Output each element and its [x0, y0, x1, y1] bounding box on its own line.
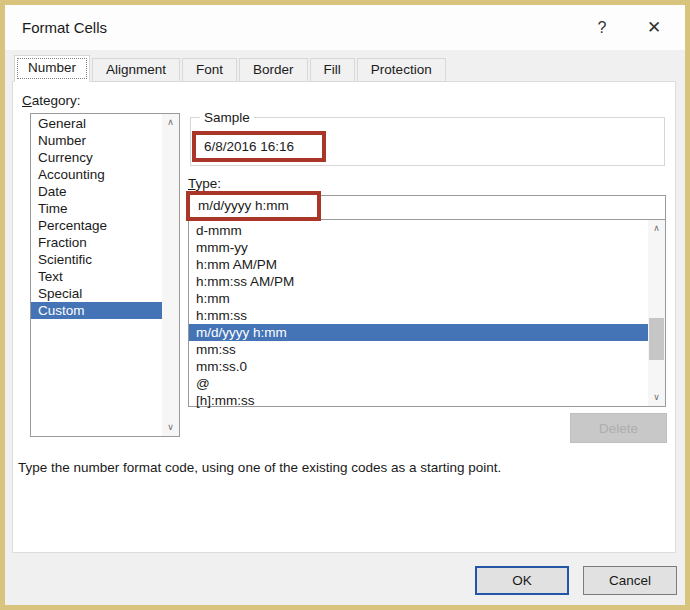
list-item[interactable]: mmm-yy [189, 239, 648, 256]
list-item-selected[interactable]: Custom [31, 302, 162, 319]
tab-fill[interactable]: Fill [310, 58, 355, 82]
delete-button[interactable]: Delete [570, 413, 667, 443]
type-label: Type: [188, 176, 221, 191]
scroll-down-icon[interactable]: ∨ [648, 389, 665, 406]
category-items: General Number Currency Accounting Date … [31, 114, 162, 319]
type-listbox[interactable]: d-mmm mmm-yy h:mm AM/PM h:mm:ss AM/PM h:… [188, 219, 666, 407]
list-item[interactable]: h:mm [189, 290, 648, 307]
format-cells-dialog: Format Cells ? ✕ Number Alignment Font B… [5, 5, 685, 605]
category-listbox[interactable]: General Number Currency Accounting Date … [30, 113, 180, 437]
list-item[interactable]: Accounting [31, 166, 162, 183]
format-code-hint: Type the number format code, using one o… [18, 460, 663, 475]
screenshot-frame: Format Cells ? ✕ Number Alignment Font B… [0, 0, 690, 610]
type-input-value: m/d/yyyy h:mm [190, 195, 317, 217]
list-item[interactable]: General [31, 115, 162, 132]
close-icon[interactable]: ✕ [633, 5, 675, 50]
list-item[interactable]: @ [189, 375, 648, 392]
list-item[interactable]: Scientific [31, 251, 162, 268]
tab-number[interactable]: Number [14, 55, 90, 82]
list-item[interactable]: h:mm:ss AM/PM [189, 273, 648, 290]
type-value-highlight: m/d/yyyy h:mm [186, 191, 321, 221]
list-item[interactable]: Currency [31, 149, 162, 166]
list-item[interactable]: d-mmm [189, 222, 648, 239]
cancel-button[interactable]: Cancel [583, 566, 677, 595]
list-item[interactable]: Time [31, 200, 162, 217]
tab-border[interactable]: Border [239, 58, 308, 82]
sample-value: 6/8/2016 16:16 [196, 135, 322, 158]
list-item[interactable]: mm:ss [189, 341, 648, 358]
type-scrollbar[interactable]: ∧ ∨ [648, 220, 665, 406]
tab-alignment[interactable]: Alignment [92, 58, 180, 82]
category-label: Category: [22, 93, 81, 108]
list-item[interactable]: Text [31, 268, 162, 285]
list-item[interactable]: Percentage [31, 217, 162, 234]
scroll-up-icon[interactable]: ∧ [162, 114, 179, 131]
list-item[interactable]: Date [31, 183, 162, 200]
list-item[interactable]: Special [31, 285, 162, 302]
list-item[interactable]: mm:ss.0 [189, 358, 648, 375]
list-item[interactable]: Number [31, 132, 162, 149]
sample-legend: Sample [200, 110, 254, 125]
list-item[interactable]: h:mm:ss [189, 307, 648, 324]
tab-protection[interactable]: Protection [357, 58, 446, 82]
list-item-selected[interactable]: m/d/yyyy h:mm [189, 324, 648, 341]
scroll-up-icon[interactable]: ∧ [648, 220, 665, 237]
scroll-down-icon[interactable]: ∨ [162, 419, 179, 436]
help-icon[interactable]: ? [581, 5, 623, 50]
dialog-title: Format Cells [22, 5, 107, 50]
type-options: d-mmm mmm-yy h:mm AM/PM h:mm:ss AM/PM h:… [189, 220, 648, 409]
ok-button[interactable]: OK [475, 566, 569, 595]
list-item[interactable]: Fraction [31, 234, 162, 251]
title-bar: Format Cells ? ✕ [5, 5, 685, 50]
tab-strip: Number Alignment Font Border Fill Protec… [14, 55, 446, 82]
scrollbar-thumb[interactable] [649, 318, 664, 360]
tab-font[interactable]: Font [182, 58, 237, 82]
footer-bar: OK Cancel [5, 553, 685, 605]
list-item[interactable]: h:mm AM/PM [189, 256, 648, 273]
category-scrollbar[interactable]: ∧ ∨ [162, 114, 179, 436]
list-item[interactable]: [h]:mm:ss [189, 392, 648, 409]
sample-value-highlight: 6/8/2016 16:16 [192, 131, 326, 162]
